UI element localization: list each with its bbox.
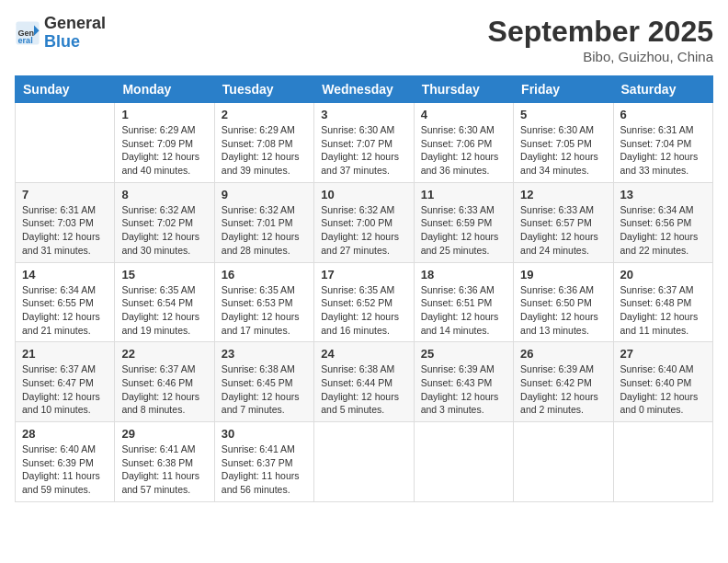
day-number: 16 — [222, 268, 307, 282]
day-cell: 17Sunrise: 6:35 AM Sunset: 6:52 PM Dayli… — [314, 262, 414, 342]
weekday-header-sunday: Sunday — [16, 76, 115, 103]
weekday-header-tuesday: Tuesday — [214, 76, 313, 103]
title-block: September 2025 Bibo, Guizhou, China — [488, 15, 713, 64]
location: Bibo, Guizhou, China — [488, 49, 713, 64]
day-number: 28 — [22, 427, 108, 441]
day-number: 23 — [222, 347, 307, 361]
day-info: Sunrise: 6:33 AM Sunset: 6:59 PM Dayligh… — [421, 203, 506, 258]
day-info: Sunrise: 6:37 AM Sunset: 6:48 PM Dayligh… — [620, 283, 706, 338]
day-info: Sunrise: 6:40 AM Sunset: 6:39 PM Dayligh… — [22, 442, 108, 497]
day-number: 6 — [620, 108, 706, 121]
day-number: 15 — [121, 268, 207, 282]
day-cell: 30Sunrise: 6:41 AM Sunset: 6:37 PM Dayli… — [214, 422, 313, 502]
day-number: 10 — [321, 188, 406, 201]
day-info: Sunrise: 6:38 AM Sunset: 6:45 PM Dayligh… — [222, 362, 307, 417]
day-info: Sunrise: 6:32 AM Sunset: 7:00 PM Dayligh… — [321, 203, 406, 258]
day-info: Sunrise: 6:30 AM Sunset: 7:07 PM Dayligh… — [321, 123, 406, 178]
logo-general: General — [44, 14, 106, 32]
day-cell: 20Sunrise: 6:37 AM Sunset: 6:48 PM Dayli… — [613, 262, 712, 342]
day-cell: 1Sunrise: 6:29 AM Sunset: 7:09 PM Daylig… — [115, 103, 214, 183]
day-cell — [16, 103, 115, 183]
day-cell: 4Sunrise: 6:30 AM Sunset: 7:06 PM Daylig… — [414, 103, 513, 183]
logo-blue: Blue — [44, 32, 80, 51]
day-cell: 29Sunrise: 6:41 AM Sunset: 6:38 PM Dayli… — [115, 422, 214, 502]
day-number: 17 — [321, 268, 406, 282]
day-info: Sunrise: 6:41 AM Sunset: 6:38 PM Dayligh… — [121, 442, 207, 497]
day-number: 26 — [520, 347, 606, 361]
weekday-header-thursday: Thursday — [414, 76, 513, 103]
day-cell: 16Sunrise: 6:35 AM Sunset: 6:53 PM Dayli… — [214, 262, 313, 342]
day-cell: 10Sunrise: 6:32 AM Sunset: 7:00 PM Dayli… — [314, 182, 414, 262]
day-info: Sunrise: 6:32 AM Sunset: 7:01 PM Dayligh… — [222, 203, 307, 258]
day-number: 19 — [520, 268, 606, 282]
day-number: 7 — [22, 188, 108, 201]
logo-icon: Gen eral — [15, 20, 40, 46]
day-info: Sunrise: 6:35 AM Sunset: 6:53 PM Dayligh… — [222, 283, 307, 338]
month-title: September 2025 — [488, 15, 713, 49]
day-cell: 13Sunrise: 6:34 AM Sunset: 6:56 PM Dayli… — [613, 182, 712, 262]
day-info: Sunrise: 6:32 AM Sunset: 7:02 PM Dayligh… — [121, 203, 207, 258]
day-number: 8 — [121, 188, 207, 201]
weekday-header-saturday: Saturday — [613, 76, 712, 103]
week-row-1: 1Sunrise: 6:29 AM Sunset: 7:09 PM Daylig… — [16, 103, 713, 183]
day-number: 11 — [421, 188, 506, 201]
day-cell: 22Sunrise: 6:37 AM Sunset: 6:46 PM Dayli… — [115, 342, 214, 422]
day-number: 4 — [421, 108, 506, 121]
day-number: 30 — [222, 427, 307, 441]
day-info: Sunrise: 6:29 AM Sunset: 7:08 PM Dayligh… — [222, 123, 307, 178]
logo-text: General Blue — [44, 15, 106, 52]
day-cell: 23Sunrise: 6:38 AM Sunset: 6:45 PM Dayli… — [214, 342, 313, 422]
day-cell — [414, 422, 513, 502]
day-cell: 9Sunrise: 6:32 AM Sunset: 7:01 PM Daylig… — [214, 182, 313, 262]
day-cell — [613, 422, 712, 502]
week-row-3: 14Sunrise: 6:34 AM Sunset: 6:55 PM Dayli… — [16, 262, 713, 342]
day-info: Sunrise: 6:35 AM Sunset: 6:54 PM Dayligh… — [121, 283, 207, 338]
weekday-header-wednesday: Wednesday — [314, 76, 414, 103]
day-cell — [314, 422, 414, 502]
calendar-table: SundayMondayTuesdayWednesdayThursdayFrid… — [15, 75, 713, 502]
page-header: Gen eral General Blue September 2025 Bib… — [15, 15, 713, 64]
logo: Gen eral General Blue — [15, 15, 106, 52]
day-cell: 25Sunrise: 6:39 AM Sunset: 6:43 PM Dayli… — [414, 342, 513, 422]
day-info: Sunrise: 6:31 AM Sunset: 7:03 PM Dayligh… — [22, 203, 108, 258]
day-number: 9 — [222, 188, 307, 201]
day-number: 12 — [520, 188, 606, 201]
day-info: Sunrise: 6:29 AM Sunset: 7:09 PM Dayligh… — [121, 123, 207, 178]
day-cell: 26Sunrise: 6:39 AM Sunset: 6:42 PM Dayli… — [514, 342, 613, 422]
weekday-header-row: SundayMondayTuesdayWednesdayThursdayFrid… — [16, 76, 713, 103]
day-info: Sunrise: 6:39 AM Sunset: 6:43 PM Dayligh… — [421, 362, 506, 417]
day-cell: 8Sunrise: 6:32 AM Sunset: 7:02 PM Daylig… — [115, 182, 214, 262]
day-info: Sunrise: 6:39 AM Sunset: 6:42 PM Dayligh… — [520, 362, 606, 417]
week-row-5: 28Sunrise: 6:40 AM Sunset: 6:39 PM Dayli… — [16, 422, 713, 502]
day-cell: 7Sunrise: 6:31 AM Sunset: 7:03 PM Daylig… — [16, 182, 115, 262]
day-cell: 27Sunrise: 6:40 AM Sunset: 6:40 PM Dayli… — [613, 342, 712, 422]
day-number: 18 — [421, 268, 506, 282]
day-number: 25 — [421, 347, 506, 361]
day-info: Sunrise: 6:34 AM Sunset: 6:55 PM Dayligh… — [22, 283, 108, 338]
day-info: Sunrise: 6:40 AM Sunset: 6:40 PM Dayligh… — [620, 362, 706, 417]
day-info: Sunrise: 6:30 AM Sunset: 7:05 PM Dayligh… — [520, 123, 606, 178]
day-info: Sunrise: 6:31 AM Sunset: 7:04 PM Dayligh… — [620, 123, 706, 178]
weekday-header-monday: Monday — [115, 76, 214, 103]
svg-text:eral: eral — [18, 35, 33, 44]
day-info: Sunrise: 6:37 AM Sunset: 6:47 PM Dayligh… — [22, 362, 108, 417]
day-info: Sunrise: 6:38 AM Sunset: 6:44 PM Dayligh… — [321, 362, 406, 417]
day-number: 20 — [620, 268, 706, 282]
day-number: 21 — [22, 347, 108, 361]
day-cell: 6Sunrise: 6:31 AM Sunset: 7:04 PM Daylig… — [613, 103, 712, 183]
day-info: Sunrise: 6:41 AM Sunset: 6:37 PM Dayligh… — [222, 442, 307, 497]
day-cell: 11Sunrise: 6:33 AM Sunset: 6:59 PM Dayli… — [414, 182, 513, 262]
day-cell: 5Sunrise: 6:30 AM Sunset: 7:05 PM Daylig… — [514, 103, 613, 183]
day-cell: 2Sunrise: 6:29 AM Sunset: 7:08 PM Daylig… — [214, 103, 313, 183]
day-info: Sunrise: 6:30 AM Sunset: 7:06 PM Dayligh… — [421, 123, 506, 178]
day-cell: 14Sunrise: 6:34 AM Sunset: 6:55 PM Dayli… — [16, 262, 115, 342]
day-info: Sunrise: 6:36 AM Sunset: 6:50 PM Dayligh… — [520, 283, 606, 338]
weekday-header-friday: Friday — [514, 76, 613, 103]
day-number: 29 — [121, 427, 207, 441]
day-cell: 18Sunrise: 6:36 AM Sunset: 6:51 PM Dayli… — [414, 262, 513, 342]
day-number: 3 — [321, 108, 406, 121]
day-cell: 19Sunrise: 6:36 AM Sunset: 6:50 PM Dayli… — [514, 262, 613, 342]
day-number: 22 — [121, 347, 207, 361]
day-number: 27 — [620, 347, 706, 361]
week-row-4: 21Sunrise: 6:37 AM Sunset: 6:47 PM Dayli… — [16, 342, 713, 422]
